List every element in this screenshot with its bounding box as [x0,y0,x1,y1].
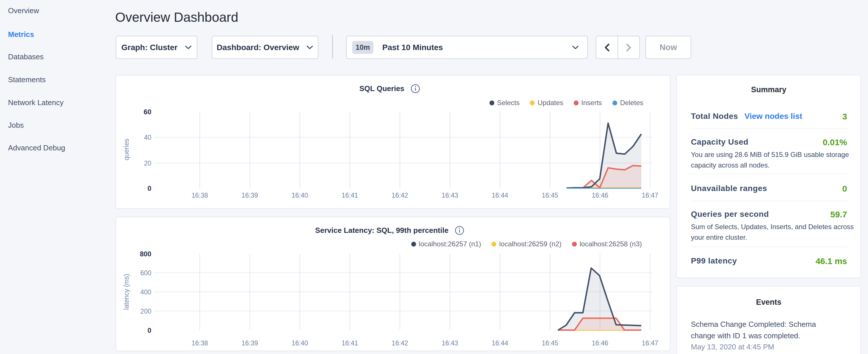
svg-text:16:44: 16:44 [492,192,508,199]
svg-text:latency (ms): latency (ms) [123,274,130,310]
svg-text:16:40: 16:40 [291,340,308,347]
svg-text:16:38: 16:38 [191,340,208,347]
svg-text:16:39: 16:39 [242,340,258,347]
svg-text:16:42: 16:42 [392,192,408,199]
svg-text:16:43: 16:43 [442,192,458,199]
svg-text:16:42: 16:42 [392,340,408,347]
svg-text:16:39: 16:39 [242,192,258,199]
svg-text:800: 800 [140,250,151,258]
svg-text:600: 600 [141,269,151,277]
svg-text:16:41: 16:41 [342,192,358,199]
svg-text:16:46: 16:46 [592,340,608,347]
svg-text:20: 20 [144,160,151,167]
svg-text:16:43: 16:43 [442,340,458,347]
svg-text:16:47: 16:47 [642,192,658,199]
svg-text:0: 0 [148,185,151,192]
svg-text:16:38: 16:38 [191,192,208,199]
svg-text:40: 40 [144,134,151,141]
svg-text:16:45: 16:45 [541,192,558,199]
svg-text:200: 200 [141,308,151,315]
svg-text:16:40: 16:40 [291,192,308,199]
svg-text:400: 400 [141,288,151,296]
svg-text:16:46: 16:46 [592,192,608,199]
svg-text:16:41: 16:41 [342,340,358,347]
svg-text:16:45: 16:45 [541,340,558,347]
svg-text:16:47: 16:47 [642,340,658,347]
svg-text:16:44: 16:44 [492,340,508,347]
svg-text:0: 0 [148,326,151,334]
svg-text:queries: queries [123,139,130,160]
svg-text:60: 60 [144,108,151,116]
